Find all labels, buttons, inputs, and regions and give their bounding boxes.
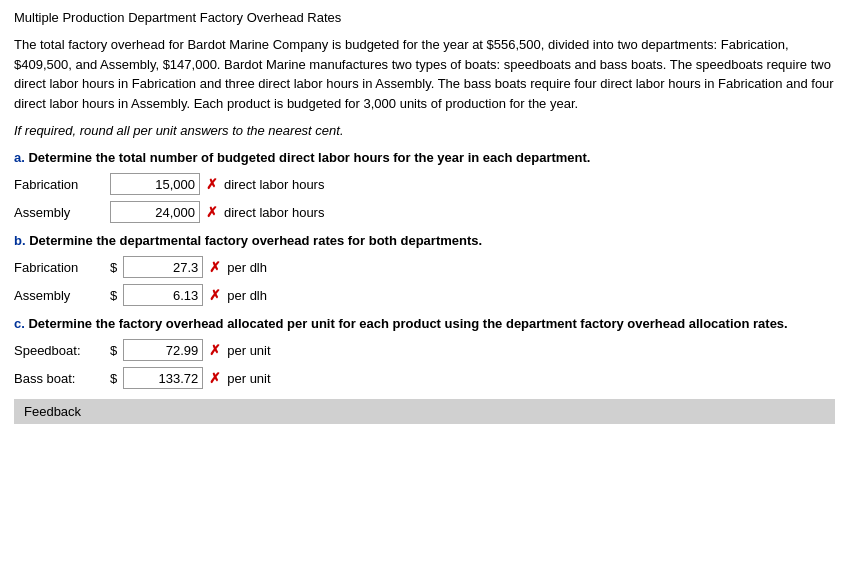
assembly-unit-b: per dlh [227,288,267,303]
speedboat-x-mark: ✗ [209,342,221,358]
section-c: c. Determine the factory overhead alloca… [14,316,835,389]
fabrication-row-a: Fabrication ✗ direct labor hours [14,173,835,195]
section-b: b. Determine the departmental factory ov… [14,233,835,306]
fabrication-x-mark-a: ✗ [206,176,218,192]
speedboat-input[interactable] [123,339,203,361]
speedboat-row: Speedboat: $ ✗ per unit [14,339,835,361]
fabrication-unit-a: direct labor hours [224,177,324,192]
assembly-input-a[interactable] [110,201,200,223]
assembly-unit-a: direct labor hours [224,205,324,220]
fabrication-label-b: Fabrication [14,260,104,275]
fabrication-dollar-b: $ [110,260,117,275]
section-a-label: a. Determine the total number of budgete… [14,150,835,165]
bass-boat-label: Bass boat: [14,371,104,386]
assembly-dollar-b: $ [110,288,117,303]
fabrication-unit-b: per dlh [227,260,267,275]
assembly-input-b[interactable] [123,284,203,306]
speedboat-unit: per unit [227,343,270,358]
bass-boat-input[interactable] [123,367,203,389]
bass-boat-unit: per unit [227,371,270,386]
speedboat-dollar: $ [110,343,117,358]
intro-paragraph: The total factory overhead for Bardot Ma… [14,35,835,113]
bass-boat-row: Bass boat: $ ✗ per unit [14,367,835,389]
fabrication-label-a: Fabrication [14,177,104,192]
assembly-x-mark-b: ✗ [209,287,221,303]
bass-boat-dollar: $ [110,371,117,386]
fabrication-row-b: Fabrication $ ✗ per dlh [14,256,835,278]
section-b-label: b. Determine the departmental factory ov… [14,233,835,248]
fabrication-x-mark-b: ✗ [209,259,221,275]
fabrication-input-b[interactable] [123,256,203,278]
assembly-label-a: Assembly [14,205,104,220]
assembly-row-b: Assembly $ ✗ per dlh [14,284,835,306]
rounding-instruction: If required, round all per unit answers … [14,123,835,138]
bass-boat-x-mark: ✗ [209,370,221,386]
section-c-label: c. Determine the factory overhead alloca… [14,316,835,331]
assembly-row-a: Assembly ✗ direct labor hours [14,201,835,223]
speedboat-label: Speedboat: [14,343,104,358]
section-a: a. Determine the total number of budgete… [14,150,835,223]
page-title: Multiple Production Department Factory O… [14,10,835,25]
feedback-bar[interactable]: Feedback [14,399,835,424]
assembly-x-mark-a: ✗ [206,204,218,220]
assembly-label-b: Assembly [14,288,104,303]
feedback-label: Feedback [24,404,81,419]
fabrication-input-a[interactable] [110,173,200,195]
